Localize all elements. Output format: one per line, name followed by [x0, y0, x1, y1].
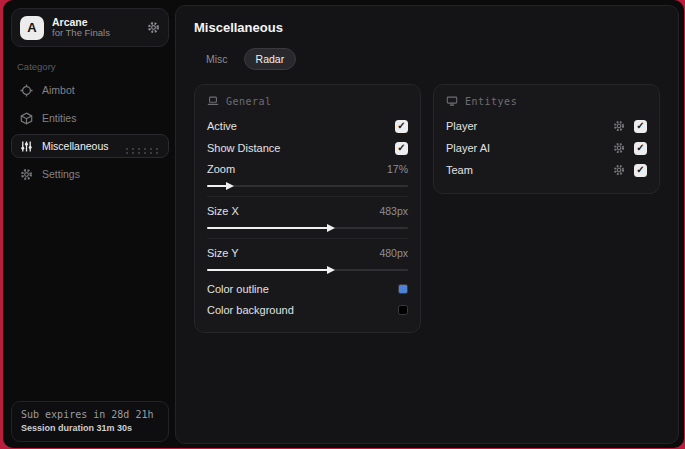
size-x-slider[interactable] — [207, 223, 408, 233]
general-panel-title: General — [226, 96, 272, 107]
color-label: Color background — [207, 304, 294, 316]
general-panel: General Active Show Distance Zoom 17% — [194, 84, 421, 333]
gear-icon — [613, 142, 625, 154]
team-checkbox[interactable] — [634, 164, 647, 177]
slider-row-size-x: Size X 483px — [207, 201, 408, 221]
main-content: Miscellaneous Misc Radar General — [175, 5, 679, 444]
gear-icon — [613, 164, 625, 176]
slider-label: Size X — [207, 205, 239, 217]
active-item-dots-decoration — [124, 147, 162, 154]
subscription-card: Sub expires in 28d 21h Session duration … — [11, 401, 169, 442]
entities-panel-header: Entityes — [446, 95, 647, 107]
tab-misc[interactable]: Misc — [194, 48, 240, 70]
header-gear-button[interactable] — [147, 21, 160, 34]
sidebar-nav: Aimbot Entities — [3, 78, 175, 186]
slider-row-zoom: Zoom 17% — [207, 159, 408, 179]
entity-label: Player — [446, 120, 477, 132]
sidebar-item-label: Entities — [42, 112, 76, 124]
entity-row-player-ai: Player AI — [446, 137, 647, 159]
player-ai-checkbox[interactable] — [634, 142, 647, 155]
monitor-icon — [446, 95, 458, 107]
zoom-slider[interactable] — [207, 181, 408, 191]
background-color-swatch[interactable] — [398, 305, 408, 315]
slider-fill — [207, 185, 227, 187]
outline-color-swatch[interactable] — [398, 284, 408, 294]
color-label: Color outline — [207, 283, 269, 295]
app-subtitle: for The Finals — [52, 28, 139, 39]
show-distance-checkbox[interactable] — [395, 142, 408, 155]
gear-icon — [20, 168, 33, 181]
panels-row: General Active Show Distance Zoom 17% — [194, 84, 660, 333]
page-title: Miscellaneous — [194, 20, 660, 35]
tab-radar[interactable]: Radar — [244, 48, 297, 70]
sidebar-item-miscellaneous[interactable]: Miscellaneous — [11, 134, 169, 158]
sidebar-item-label: Aimbot — [42, 84, 75, 96]
sidebar-header-card: A Arcane for The Finals — [11, 8, 169, 47]
color-row-outline: Color outline — [207, 278, 408, 299]
slider-fill — [207, 269, 328, 271]
slider-fill — [207, 227, 328, 229]
player-ai-settings-button[interactable] — [613, 142, 625, 154]
color-row-background: Color background — [207, 299, 408, 320]
entity-label: Player AI — [446, 142, 490, 154]
entities-panel: Entityes Player — [433, 84, 660, 194]
app-window: A Arcane for The Finals Category — [3, 0, 684, 448]
sidebar-item-label: Settings — [42, 168, 80, 180]
player-settings-button[interactable] — [613, 120, 625, 132]
entities-panel-title: Entityes — [465, 96, 517, 107]
team-settings-button[interactable] — [613, 164, 625, 176]
cube-icon — [20, 112, 33, 125]
app-logo: A — [20, 16, 44, 40]
slider-value: 483px — [379, 205, 408, 217]
toggle-row-show-distance: Show Distance — [207, 137, 408, 159]
divider — [207, 238, 408, 239]
slider-label: Zoom — [207, 163, 235, 175]
slider-value: 480px — [379, 247, 408, 259]
toggle-label: Show Distance — [207, 142, 280, 154]
slider-value: 17% — [387, 163, 408, 175]
laptop-icon — [207, 95, 219, 107]
sidebar-item-aimbot[interactable]: Aimbot — [11, 78, 169, 102]
sidebar: A Arcane for The Finals Category — [3, 0, 175, 448]
slider-row-size-y: Size Y 480px — [207, 243, 408, 263]
sliders-icon — [20, 140, 33, 153]
gear-icon — [147, 21, 160, 34]
toggle-row-active: Active — [207, 115, 408, 137]
sub-expires-text: Sub expires in 28d 21h — [21, 409, 159, 420]
session-duration-text: Session duration 31m 30s — [21, 423, 159, 433]
slider-track — [207, 185, 408, 187]
tab-bar: Misc Radar — [194, 48, 660, 70]
sidebar-item-entities[interactable]: Entities — [11, 106, 169, 130]
entity-label: Team — [446, 164, 473, 176]
toggle-label: Active — [207, 120, 237, 132]
sidebar-item-settings[interactable]: Settings — [11, 162, 169, 186]
divider — [207, 196, 408, 197]
crosshair-icon — [20, 84, 33, 97]
general-panel-header: General — [207, 95, 408, 107]
size-y-slider[interactable] — [207, 265, 408, 275]
app-titles: Arcane for The Finals — [52, 16, 139, 39]
active-checkbox[interactable] — [395, 120, 408, 133]
category-label: Category — [17, 61, 175, 72]
gear-icon — [613, 120, 625, 132]
entity-row-team: Team — [446, 159, 647, 181]
sidebar-item-label: Miscellaneous — [42, 140, 109, 152]
entity-row-player: Player — [446, 115, 647, 137]
player-checkbox[interactable] — [634, 120, 647, 133]
slider-label: Size Y — [207, 247, 239, 259]
